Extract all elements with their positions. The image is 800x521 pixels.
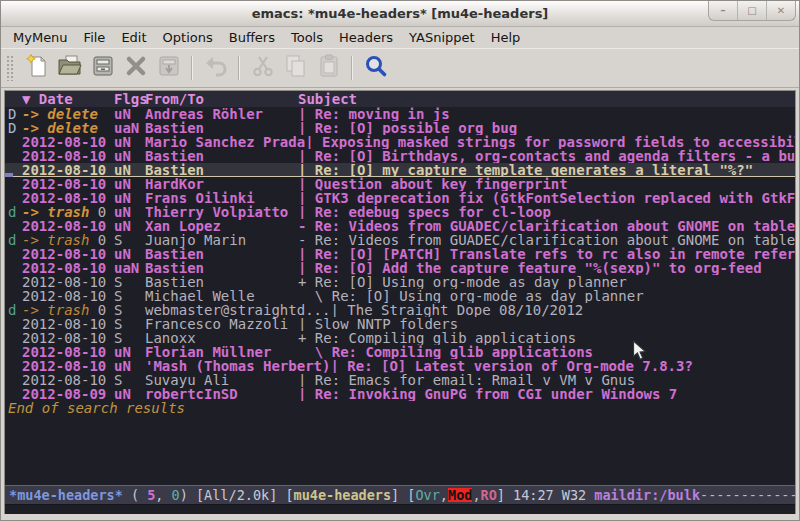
message-subject: | Re: Invoking GnuPG from CGI under Wind…	[298, 387, 677, 401]
undo-icon	[203, 53, 229, 83]
close-button[interactable]: ✕	[766, 1, 795, 20]
message-from: Michael Welle	[145, 289, 298, 303]
message-mark	[5, 345, 22, 359]
menu-headers[interactable]: Headers	[331, 28, 401, 47]
message-row[interactable]: 2012-08-10SSuvayu Ali| Re: Emacs for ema…	[5, 373, 795, 387]
message-subject: - Re: Videos from GUADEC/clarification a…	[298, 219, 795, 233]
message-date: 2012-08-10	[22, 345, 114, 359]
menu-options[interactable]: Options	[155, 28, 221, 47]
message-flags: S	[114, 331, 145, 345]
message-flags: S	[114, 317, 145, 331]
message-from: Lanoxx	[145, 331, 298, 345]
message-row[interactable]: 2012-08-09uNrobertcInSD| Re: Invoking Gn…	[5, 387, 795, 401]
message-row[interactable]: 2012-08-10uNBastien| Re: [O] [PATCH] Tra…	[5, 247, 795, 261]
message-mark	[5, 149, 22, 163]
message-subject: + Re: [O] Using org-mode as day planner	[298, 275, 627, 289]
message-row[interactable]: 2012-08-10uaNBastien| Re: [O] Add the ca…	[5, 261, 795, 275]
message-row[interactable]: 2012-08-10uNFlorian Müllner \ Re: Compil…	[5, 345, 795, 359]
message-row[interactable]: D-> deleteuNAndreas Röhler| Re: moving i…	[5, 107, 795, 121]
message-row[interactable]: 2012-08-10SLanoxx+ Re: Compiling glib ap…	[5, 331, 795, 345]
message-row[interactable]: 2012-08-10uNFrans Oilinki| GTK3 deprecat…	[5, 191, 795, 205]
message-row[interactable]: 2012-08-10uNBastien| Re: [O] Birthdays, …	[5, 149, 795, 163]
save-button[interactable]	[86, 53, 119, 83]
column-header-date[interactable]: ▼ Date	[22, 92, 114, 106]
modeline-buffer-name: *mu4e-headers*	[9, 488, 123, 502]
message-flags: uN	[114, 163, 145, 176]
cut-icon	[250, 53, 276, 83]
message-from: robertcInSD	[145, 387, 298, 401]
message-row[interactable]: 2012-08-10uNHardKor| Question about key …	[5, 177, 795, 191]
message-mark	[5, 177, 22, 191]
search-button[interactable]	[359, 53, 392, 83]
message-mark	[5, 331, 22, 345]
message-date: 2012-08-10	[22, 373, 114, 387]
message-date: 2012-08-10	[22, 331, 114, 345]
menu-mymenu[interactable]: MyMenu	[5, 28, 76, 47]
message-row[interactable]: d-> trash 0SJuanjo Marin- Re: Videos fro…	[5, 233, 795, 247]
message-row[interactable]: 2012-08-10SFrancesco Mazzoli| Slow NNTP …	[5, 317, 795, 331]
toolbar-grip-handle[interactable]	[6, 55, 15, 81]
message-from: Thierry Volpiatto	[145, 205, 298, 219]
message-subject: | Exposing masked strings for password f…	[305, 135, 795, 149]
message-mark	[5, 219, 22, 233]
message-flags: uN	[114, 359, 145, 373]
toolbar	[1, 48, 799, 88]
message-row[interactable]: 2012-08-10SBastien+ Re: [O] Using org-mo…	[5, 275, 795, 289]
message-mark	[5, 135, 22, 149]
message-mark: d	[5, 303, 22, 317]
column-header-subject[interactable]: Subject	[298, 92, 357, 106]
message-date: -> delete	[22, 107, 114, 121]
modeline-modified-flag: Mod	[448, 488, 472, 502]
save-icon	[90, 53, 116, 83]
message-mark	[5, 247, 22, 261]
message-flags: S	[114, 303, 145, 317]
message-date: -> trash 0	[22, 303, 114, 317]
menu-edit[interactable]: Edit	[113, 28, 154, 47]
message-row[interactable]: d-> trash 0uNThierry Volpiatto| Re: edeb…	[5, 205, 795, 219]
message-date: -> trash 0	[22, 233, 114, 247]
titlebar[interactable]: emacs: *mu4e-headers* [mu4e-headers] –□✕	[1, 1, 799, 27]
message-flags: S	[114, 373, 145, 387]
paste-button	[312, 53, 345, 83]
message-row[interactable]: D-> deleteuaNBastien| Re: [O] possible o…	[5, 121, 795, 135]
message-row[interactable]: 2012-08-10uNMario Sanchez Prada| Exposin…	[5, 135, 795, 149]
message-flags: uaN	[114, 121, 145, 135]
minimize-button[interactable]: –	[709, 1, 737, 20]
message-from: Bastien	[145, 149, 298, 163]
message-subject: + Re: Compiling glib applications	[298, 331, 576, 345]
message-date: 2012-08-10	[22, 317, 114, 331]
new-file-button[interactable]	[20, 53, 53, 83]
modeline-column-number: 0	[172, 488, 180, 502]
column-header-from[interactable]: From/To	[145, 92, 298, 106]
maximize-button[interactable]: □	[737, 1, 766, 20]
message-subject: | GTK3 deprecation fix (GtkFontSelection…	[298, 191, 795, 205]
echo-area	[5, 505, 795, 514]
message-row[interactable]: 2012-08-10uNXan Lopez- Re: Videos from G…	[5, 219, 795, 233]
close-button[interactable]	[119, 53, 152, 83]
message-subject: | Re: [O] [PATCH] Translate refs to rc a…	[298, 247, 795, 261]
menu-file[interactable]: File	[76, 28, 114, 47]
message-date: 2012-08-10	[22, 219, 114, 233]
open-folder-button[interactable]	[53, 53, 86, 83]
message-subject: - Re: Videos from GUADEC/clarification a…	[298, 233, 795, 247]
copy-icon	[283, 53, 309, 83]
message-from: webmaster@straightd...	[145, 303, 330, 317]
modeline-line-number: 5	[147, 488, 155, 502]
message-from: Xan Lopez	[145, 219, 298, 233]
modeline-time-and-week: ] 14:27 W32	[497, 488, 595, 502]
menu-help[interactable]: Help	[483, 28, 529, 47]
message-flags: S	[114, 289, 145, 303]
column-header-flags[interactable]: Flgs	[114, 92, 145, 106]
menu-tools[interactable]: Tools	[283, 28, 331, 47]
modeline-flags-open: ] [	[391, 488, 415, 502]
menu-yasnippet[interactable]: YASnippet	[401, 28, 483, 47]
message-row[interactable]: 2012-08-10SMichael Welle \ Re: [O] Using…	[5, 289, 795, 303]
message-row[interactable]: d-> trash 0Swebmaster@straightd...| The …	[5, 303, 795, 317]
menubar: MyMenuFileEditOptionsBuffersToolsHeaders…	[1, 27, 799, 48]
message-date: 2012-08-10	[22, 135, 114, 149]
message-row[interactable]: 2012-08-10uN'Mash (Thomas Herbert)| Re: …	[5, 359, 795, 373]
menu-buffers[interactable]: Buffers	[221, 28, 283, 47]
message-list: D-> deleteuNAndreas Röhler| Re: moving i…	[5, 107, 795, 401]
message-date: 2012-08-10	[22, 261, 114, 275]
message-row[interactable]: 2012-08-10uNBastien| Re: [O] my capture …	[5, 163, 795, 177]
